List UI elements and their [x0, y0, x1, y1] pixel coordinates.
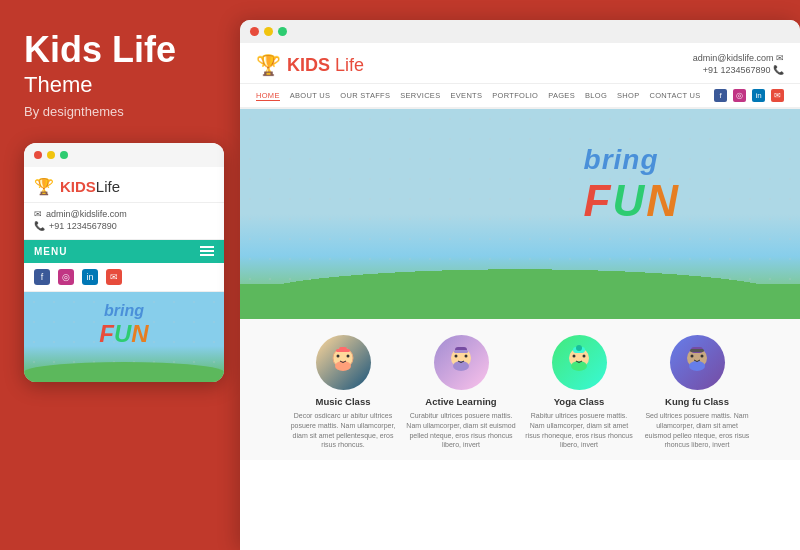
class-card-learning: Active Learning Curabitur ultrices posue… — [406, 335, 516, 450]
kungfu-class-desc: Sed ultrices posuere mattis. Nam ullamco… — [642, 411, 752, 450]
mobile-bring-text: bring — [99, 302, 148, 320]
desktop-trophy-icon: 🏆 — [256, 53, 281, 77]
hamburger-icon[interactable] — [200, 246, 214, 256]
mobile-phone: 📞 +91 1234567890 — [34, 221, 214, 231]
mobile-instagram-icon[interactable]: ◎ — [58, 269, 74, 285]
mobile-social-links: f ◎ in ✉ — [24, 263, 224, 292]
nav-services[interactable]: SERVICES — [400, 91, 440, 101]
nav-events[interactable]: EVENTS — [450, 91, 482, 101]
avatar-music — [316, 335, 371, 390]
mobile-email: ✉ admin@kidslife.com — [34, 209, 214, 219]
mobile-dot-yellow — [47, 151, 55, 159]
mobile-header: 🏆 KIDSLife — [24, 167, 224, 203]
mobile-nav-label: MENU — [34, 246, 67, 257]
title-text: Kids Life — [24, 30, 216, 70]
nav-links: HOME ABOUT US OUR STAFFS SERVICES EVENTS… — [256, 91, 701, 101]
desktop-email: admin@kidslife.com ✉ — [693, 53, 784, 63]
desktop-phone: +91 1234567890 📞 — [693, 65, 784, 75]
svg-point-20 — [689, 361, 705, 371]
desktop-linkedin-icon[interactable]: in — [752, 89, 765, 102]
nav-pages[interactable]: PAGES — [548, 91, 575, 101]
mobile-chrome-dots — [24, 143, 224, 167]
mobile-email-icon[interactable]: ✉ — [106, 269, 122, 285]
svg-rect-12 — [454, 350, 468, 353]
learning-avatar-svg — [441, 343, 481, 383]
mobile-logo-life: Life — [96, 178, 120, 195]
theme-title: Kids Life Theme By designthemes — [24, 30, 216, 119]
nav-shop[interactable]: SHOP — [617, 91, 639, 101]
author-text: By designthemes — [24, 104, 216, 119]
hero-fun-u: U — [612, 176, 646, 225]
class-card-kungfu: Kung fu Class Sed ultrices posuere matti… — [642, 335, 752, 450]
hero-fun-text: FUN — [584, 176, 680, 226]
mobile-grass — [24, 362, 224, 382]
music-class-name: Music Class — [316, 396, 371, 407]
desktop-logo-kids: KIDS — [287, 55, 330, 75]
desktop-header: 🏆 KIDS Life admin@kidslife.com ✉ +91 123… — [240, 43, 800, 84]
mobile-logo-kids: KIDS — [60, 178, 96, 195]
desktop-dot-green — [278, 27, 287, 36]
avatar-yoga — [552, 335, 607, 390]
fun-u: U — [114, 320, 131, 347]
mobile-hero-text: bring FUN — [99, 302, 148, 348]
mobile-linkedin-icon[interactable]: in — [82, 269, 98, 285]
music-avatar-svg — [323, 343, 363, 383]
desktop-hero: bring FUN — [240, 109, 800, 319]
svg-rect-6 — [336, 349, 350, 352]
desktop-content: 🏆 KIDS Life admin@kidslife.com ✉ +91 123… — [240, 43, 800, 550]
hero-grass — [240, 284, 800, 319]
mobile-facebook-icon[interactable]: f — [34, 269, 50, 285]
nav-blog[interactable]: BLOG — [585, 91, 607, 101]
svg-point-22 — [701, 354, 704, 357]
hero-text: bring FUN — [584, 144, 680, 226]
kungfu-avatar-svg — [677, 343, 717, 383]
desktop-dot-red — [250, 27, 259, 36]
nav-about[interactable]: ABOUT US — [290, 91, 331, 101]
desktop-chrome — [240, 20, 800, 43]
yoga-class-desc: Rabitur ultrices posuere mattis. Nam ull… — [524, 411, 634, 450]
mobile-hero: bring FUN — [24, 292, 224, 382]
desktop-facebook-icon[interactable]: f — [714, 89, 727, 102]
fun-f: F — [99, 320, 114, 347]
class-card-yoga: Yoga Class Rabitur ultrices posuere matt… — [524, 335, 634, 450]
mobile-preview: 🏆 KIDSLife ✉ admin@kidslife.com 📞 +91 12… — [24, 143, 224, 382]
hero-fun-n: N — [646, 176, 680, 225]
mobile-nav[interactable]: MENU — [24, 240, 224, 263]
yoga-class-name: Yoga Class — [554, 396, 605, 407]
avatar-learning — [434, 335, 489, 390]
nav-portfolio[interactable]: PORTFOLIO — [492, 91, 538, 101]
svg-point-16 — [583, 354, 586, 357]
classes-section: Music Class Decor osdicarc ur abitur ult… — [240, 319, 800, 460]
svg-point-15 — [573, 354, 576, 357]
desktop-dot-yellow — [264, 27, 273, 36]
svg-point-18 — [576, 345, 582, 351]
mobile-trophy-icon: 🏆 — [34, 177, 54, 196]
hero-bring-text: bring — [584, 144, 680, 176]
class-card-music: Music Class Decor osdicarc ur abitur ult… — [288, 335, 398, 450]
desktop-logo-life: Life — [335, 55, 364, 75]
svg-point-21 — [691, 354, 694, 357]
mobile-contact: ✉ admin@kidslife.com 📞 +91 1234567890 — [24, 203, 224, 240]
svg-point-3 — [337, 354, 340, 357]
music-class-desc: Decor osdicarc ur abitur ultrices posuer… — [288, 411, 398, 450]
nav-staffs[interactable]: OUR STAFFS — [340, 91, 390, 101]
fun-n: N — [131, 320, 148, 347]
left-panel: Kids Life Theme By designthemes 🏆 KIDSLi… — [0, 0, 240, 550]
mobile-dot-green — [60, 151, 68, 159]
learning-class-name: Active Learning — [425, 396, 496, 407]
svg-point-4 — [347, 354, 350, 357]
mobile-logo: KIDSLife — [60, 178, 120, 195]
yoga-avatar-svg — [559, 343, 599, 383]
svg-point-10 — [465, 354, 468, 357]
desktop-email-social-icon[interactable]: ✉ — [771, 89, 784, 102]
desktop-nav: HOME ABOUT US OUR STAFFS SERVICES EVENTS… — [240, 84, 800, 109]
svg-rect-24 — [690, 349, 704, 352]
mobile-dot-red — [34, 151, 42, 159]
avatar-kungfu — [670, 335, 725, 390]
svg-point-9 — [455, 354, 458, 357]
desktop-instagram-icon[interactable]: ◎ — [733, 89, 746, 102]
desktop-preview: 🏆 KIDS Life admin@kidslife.com ✉ +91 123… — [240, 20, 800, 550]
nav-contact[interactable]: CONTACT US — [650, 91, 701, 101]
nav-home[interactable]: HOME — [256, 91, 280, 101]
desktop-logo: 🏆 KIDS Life — [256, 53, 364, 77]
